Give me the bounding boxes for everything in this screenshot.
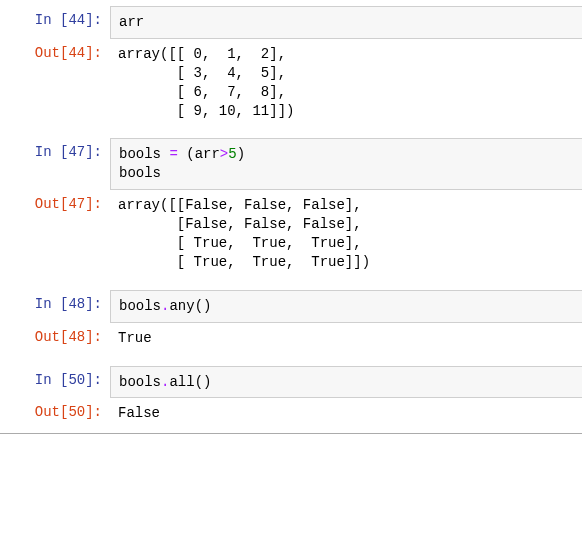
output-row: Out[44]: array([[ 0, 1, 2], [ 3, 4, 5], … [0,39,582,127]
cell: In [50]: bools.all() Out[50]: False [0,366,582,430]
code-output: array([[ 0, 1, 2], [ 3, 4, 5], [ 6, 7, 8… [110,39,582,127]
input-row: In [48]: bools.any() [0,290,582,323]
in-prompt: In [50]: [0,366,110,396]
code-output: True [110,323,582,354]
output-text: False [118,404,574,423]
code-output: False [110,398,582,429]
output-row: Out[50]: False [0,398,582,429]
output-row: Out[48]: True [0,323,582,354]
out-prompt: Out[48]: [0,323,110,353]
code-input[interactable]: bools = (arr>5) bools [110,138,582,190]
out-prompt: Out[47]: [0,190,110,220]
code-input[interactable]: bools.all() [110,366,582,399]
cell: In [47]: bools = (arr>5) bools Out[47]: … [0,138,582,277]
notebook: In [44]: arr Out[44]: array([[ 0, 1, 2],… [0,0,582,434]
output-text: array([[ 0, 1, 2], [ 3, 4, 5], [ 6, 7, 8… [118,45,574,121]
in-prompt: In [44]: [0,6,110,36]
out-prompt: Out[50]: [0,398,110,428]
code-output: array([[False, False, False], [False, Fa… [110,190,582,278]
code-text[interactable]: arr [119,13,574,32]
code-input[interactable]: bools.any() [110,290,582,323]
code-text[interactable]: bools.any() [119,297,574,316]
output-text: array([[False, False, False], [False, Fa… [118,196,574,272]
input-row: In [50]: bools.all() [0,366,582,399]
input-row: In [44]: arr [0,6,582,39]
cell: In [44]: arr Out[44]: array([[ 0, 1, 2],… [0,6,582,126]
cell: In [48]: bools.any() Out[48]: True [0,290,582,354]
in-prompt: In [48]: [0,290,110,320]
input-row: In [47]: bools = (arr>5) bools [0,138,582,190]
output-row: Out[47]: array([[False, False, False], [… [0,190,582,278]
code-text[interactable]: bools = (arr>5) bools [119,145,574,183]
in-prompt: In [47]: [0,138,110,168]
output-text: True [118,329,574,348]
code-text[interactable]: bools.all() [119,373,574,392]
code-input[interactable]: arr [110,6,582,39]
out-prompt: Out[44]: [0,39,110,69]
